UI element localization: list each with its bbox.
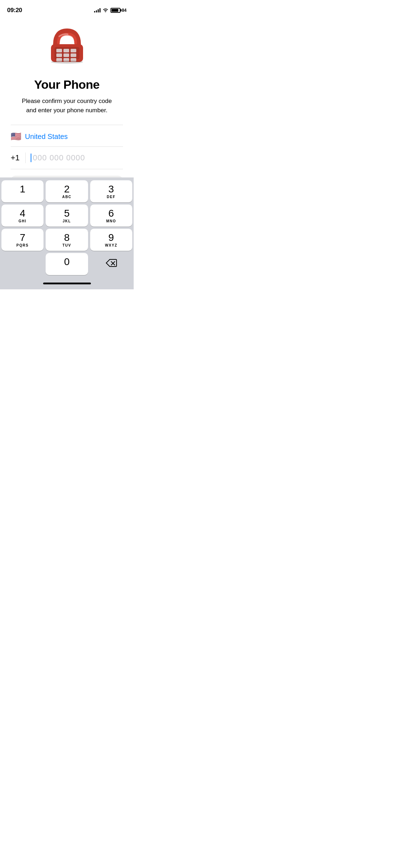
key-4[interactable]: 4 GHI [1, 205, 43, 227]
svg-rect-4 [71, 49, 76, 52]
key-5[interactable]: 5 JKL [46, 205, 88, 227]
home-indicator-bar [43, 283, 91, 284]
svg-rect-3 [63, 49, 69, 52]
battery-icon [110, 8, 120, 13]
signal-icon [94, 8, 101, 12]
wifi-icon [103, 7, 108, 13]
backspace-icon [106, 259, 117, 269]
phone-placeholder: 000 000 0000 [33, 153, 85, 162]
country-name: United States [25, 133, 68, 141]
keypad-grid: 1 2 ABC 3 DEF 4 GHI 5 JKL 6 MNO 7 PQRS [1, 180, 132, 275]
svg-rect-5 [56, 53, 62, 57]
status-icons: 84 [94, 7, 127, 13]
country-flag: 🇺🇸 [11, 131, 21, 141]
svg-point-11 [51, 60, 83, 64]
key-3[interactable]: 3 DEF [90, 180, 132, 202]
page-subtitle: Please confirm your country codeand ente… [22, 97, 112, 115]
key-9[interactable]: 9 WXYZ [90, 229, 132, 251]
country-selector[interactable]: 🇺🇸 United States [11, 125, 123, 147]
svg-rect-6 [63, 53, 69, 57]
phone-input-row: +1 000 000 0000 [11, 147, 123, 169]
home-indicator [1, 277, 132, 289]
country-code: +1 [11, 153, 25, 162]
page-title: Your Phone [34, 78, 99, 92]
status-bar: 09:20 84 [0, 0, 134, 16]
key-1[interactable]: 1 [1, 180, 43, 202]
svg-rect-2 [56, 49, 62, 52]
backspace-button[interactable] [90, 253, 132, 275]
cursor [31, 154, 31, 162]
svg-rect-7 [71, 53, 76, 57]
key-6[interactable]: 6 MNO [90, 205, 132, 227]
key-7[interactable]: 7 PQRS [1, 229, 43, 251]
battery-percent: 84 [122, 8, 127, 13]
main-content: Your Phone Please confirm your country c… [0, 16, 134, 197]
key-8[interactable]: 8 TUV [46, 229, 88, 251]
key-empty [1, 253, 43, 275]
status-time: 09:20 [7, 7, 22, 14]
phone-icon [46, 26, 88, 71]
key-0[interactable]: 0 [46, 253, 88, 275]
key-2[interactable]: 2 ABC [46, 180, 88, 202]
keypad: 1 2 ABC 3 DEF 4 GHI 5 JKL 6 MNO 7 PQRS [0, 177, 134, 289]
input-divider [25, 153, 26, 163]
